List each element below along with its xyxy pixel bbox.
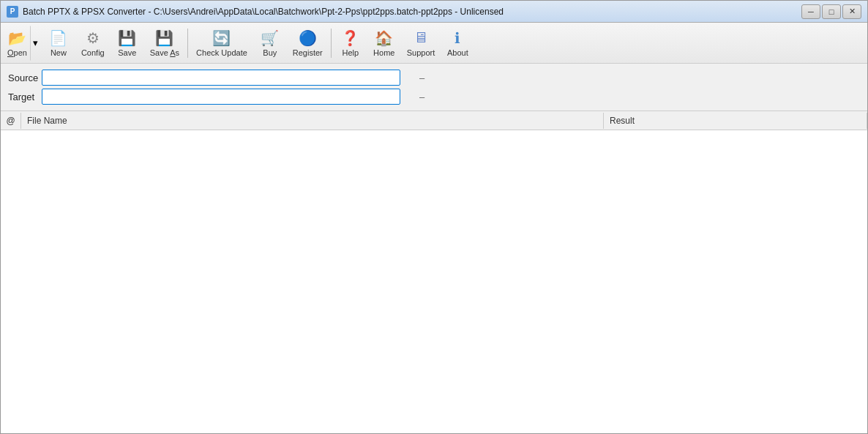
register-icon: 🔵 [299,29,316,47]
buy-icon: 🛒 [261,29,279,47]
source-row: Source – [8,70,860,86]
source-right-dash: – [419,72,424,83]
open-button[interactable]: 📂 Open [4,26,30,61]
about-label: About [447,48,468,57]
new-button[interactable]: 📄 New [42,26,75,61]
source-label: Source [8,72,37,83]
buy-label: Buy [263,48,277,57]
open-button-group: 📂 Open ▾ [4,26,41,61]
config-icon: ⚙ [84,29,102,47]
target-row: Target – [8,89,860,105]
target-right-dash: – [419,91,424,102]
table-header: @ File Name Result [1,111,867,130]
toolbar: 📂 Open ▾ 📄 New ⚙ Config 💾 Save 💾 Save As… [1,23,867,64]
new-icon: 📄 [50,29,67,47]
window-title: Batch PPTX & PPSX Converter - C:\Users\A… [23,7,504,17]
table-header-result: Result [604,113,867,129]
saveas-icon: 💾 [156,29,173,47]
saveas-label: Save As [150,48,179,57]
target-label: Target [8,91,37,102]
support-button[interactable]: 🖥 Support [402,26,441,61]
open-dropdown-button[interactable]: ▾ [30,26,41,61]
support-icon: 🖥 [412,29,430,47]
home-button[interactable]: 🏠 Home [368,26,400,61]
config-button[interactable]: ⚙ Config [76,26,110,61]
config-label: Config [81,48,105,57]
help-button[interactable]: ❓ Help [334,26,367,61]
close-button[interactable]: ✕ [842,4,861,19]
separator-1 [187,29,188,58]
table-body [1,130,867,423]
support-label: Support [407,48,435,57]
form-area: Source – Target – [1,64,867,111]
open-label: Open [7,48,27,57]
help-icon: ❓ [342,29,359,47]
save-button[interactable]: 💾 Save [111,26,143,61]
buy-button[interactable]: 🛒 Buy [254,26,286,61]
open-icon: 📂 [8,29,26,47]
window-controls: ─ □ ✕ [801,4,861,19]
table-header-filename: File Name [21,113,604,129]
register-button[interactable]: 🔵 Register [288,26,328,61]
saveas-button[interactable]: 💾 Save As [145,26,184,61]
checkupdate-button[interactable]: 🔄 Check Update [191,26,252,61]
maximize-button[interactable]: □ [822,4,841,19]
home-icon: 🏠 [375,29,393,47]
about-icon: ℹ [449,29,466,47]
save-icon: 💾 [119,29,136,47]
home-label: Home [373,48,394,57]
new-label: New [50,48,67,57]
open-arrow-icon: ▾ [33,37,38,48]
table-area: @ File Name Result [1,111,867,433]
register-label: Register [293,48,323,57]
title-bar: P Batch PPTX & PPSX Converter - C:\Users… [1,1,867,23]
main-window: P Batch PPTX & PPSX Converter - C:\Users… [0,0,868,434]
separator-2 [331,29,332,58]
app-icon: P [7,6,18,18]
save-label: Save [118,48,136,57]
target-input[interactable] [42,89,400,105]
minimize-button[interactable]: ─ [801,4,820,19]
title-bar-left: P Batch PPTX & PPSX Converter - C:\Users… [7,6,504,18]
checkupdate-icon: 🔄 [213,29,231,47]
source-input[interactable] [42,70,400,86]
help-label: Help [342,48,359,57]
table-header-icon: @ [1,113,21,129]
about-button[interactable]: ℹ About [441,26,474,61]
checkupdate-label: Check Update [196,48,247,57]
